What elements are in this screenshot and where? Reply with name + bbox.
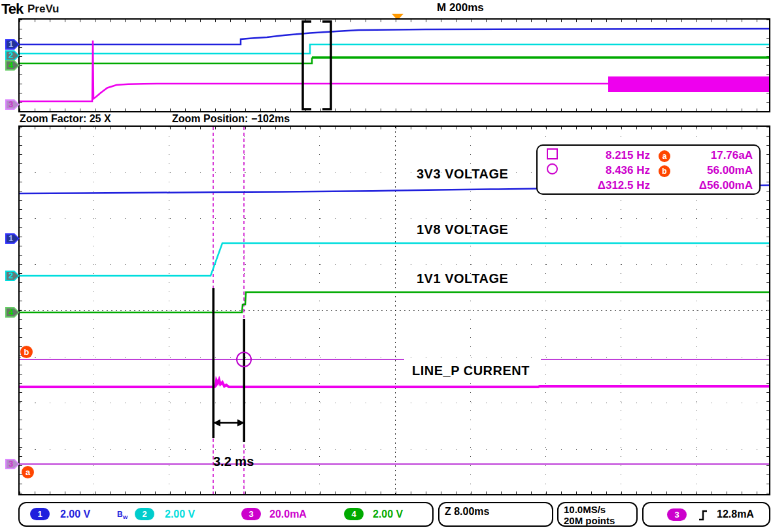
trigger-readout-box[interactable]: 3 12.8mA — [642, 502, 770, 527]
cursor-a-badge[interactable]: a — [22, 466, 34, 478]
label-1v8-voltage: 1V8 VOLTAGE — [417, 222, 508, 237]
trace-ch2-1v8 — [20, 243, 769, 276]
sample-rate-readout: 10.0MS/s — [564, 504, 606, 515]
trigger-level-readout: 12.8mA — [717, 508, 754, 520]
tek-logo: Tek — [1, 1, 23, 18]
cursor2-freq: 8.436 Hz — [606, 164, 650, 177]
channel-scale-readout-box: 1 2.00 V BW 2 2.00 V 3 20.0mA 4 2.00 V — [18, 502, 434, 527]
zoom-timebase-readout: Z 8.00ms — [445, 506, 489, 518]
ch1-reference-marker[interactable]: 1 — [5, 39, 20, 50]
ch2-ground-marker[interactable]: 2 — [5, 271, 20, 281]
ch4-scale-readout[interactable]: 2.00 V — [373, 508, 403, 520]
zoom-factor-readout: Zoom Factor: 25 X — [20, 113, 111, 125]
overview-traces — [20, 20, 769, 111]
acquisition-status: PreVu — [27, 3, 60, 16]
ch2-reference-marker[interactable]: 2 — [5, 50, 20, 61]
record-length-readout: 20M points — [564, 515, 615, 526]
delta-freq: Δ312.5 Hz — [598, 179, 650, 192]
cursor-measurement-box[interactable]: 8.215 Hz a 17.76aA 8.436 Hz b 56.00mA Δ3… — [536, 144, 761, 195]
cursor-b-icon: b — [659, 164, 670, 177]
trace-ch4-1v1 — [20, 58, 312, 63]
ch2-badge[interactable]: 2 — [135, 508, 154, 520]
trace-ch4-1v1 — [20, 292, 769, 312]
cursor1-freq: 8.215 Hz — [606, 149, 650, 162]
trace-ch3-line-p — [20, 41, 608, 101]
ch3-badge[interactable]: 3 — [241, 508, 261, 520]
overview-window — [18, 18, 770, 112]
ch3-scale-readout[interactable]: 20.0mA — [269, 508, 307, 520]
cursor-a-amplitude: 17.76aA — [711, 149, 753, 162]
ch1-badge[interactable]: 1 — [30, 508, 50, 520]
bandwidth-limit-icon: BW — [117, 510, 128, 520]
delta-amplitude: Δ56.00mA — [699, 179, 753, 192]
ch4-badge[interactable]: 4 — [344, 508, 364, 520]
label-line-p-current: LINE_P CURRENT — [412, 363, 530, 378]
ch3-reference-marker[interactable]: 3 — [5, 99, 20, 110]
zoom-position-readout: Zoom Position: −102ms — [172, 113, 290, 125]
trace-ch3-noise-band — [608, 76, 769, 92]
ch4-ground-marker[interactable]: 4 — [5, 307, 20, 318]
cursor-b-amplitude: 56.00mA — [707, 164, 753, 177]
cursor2-circle-icon — [547, 163, 558, 178]
rising-edge-icon — [698, 509, 708, 522]
ch1-ground-marker[interactable]: 1 — [5, 233, 20, 244]
ch2-scale-readout[interactable]: 2.00 V — [165, 508, 195, 520]
trace-ch3-line-p — [20, 380, 769, 387]
label-3v3-voltage: 3V3 VOLTAGE — [417, 167, 508, 182]
zoom-bracket-left — [303, 22, 311, 109]
trace-ch1-3v3 — [20, 29, 769, 44]
cursor1-square-icon — [547, 148, 558, 163]
cursor-b-badge[interactable]: b — [20, 346, 33, 358]
zoom-bracket-right — [322, 22, 331, 109]
ch1-scale-readout[interactable]: 2.00 V — [60, 508, 90, 520]
main-timebase-readout[interactable]: M 200ms — [437, 1, 484, 14]
trace-ch2-1v8 — [20, 44, 769, 54]
trigger-source-badge: 3 — [667, 508, 687, 521]
label-1v1-voltage: 1V1 VOLTAGE — [417, 271, 508, 286]
cursor-bar-1 — [213, 288, 215, 438]
ch4-reference-marker[interactable]: 4 — [5, 60, 20, 71]
delta-time-annotation: 3.2 ms — [213, 454, 254, 469]
ch3-ground-marker[interactable]: 3 — [5, 459, 20, 469]
oscilloscope-screen: Tek PreVu M 200ms 1 2 4 3 Zoom Factor: — [0, 0, 773, 532]
zoom-timebase-box[interactable]: Z 8.00ms — [438, 502, 553, 527]
acquisition-box[interactable]: 10.0MS/s 20M points — [557, 502, 638, 527]
cursor-a-icon: a — [659, 149, 670, 162]
